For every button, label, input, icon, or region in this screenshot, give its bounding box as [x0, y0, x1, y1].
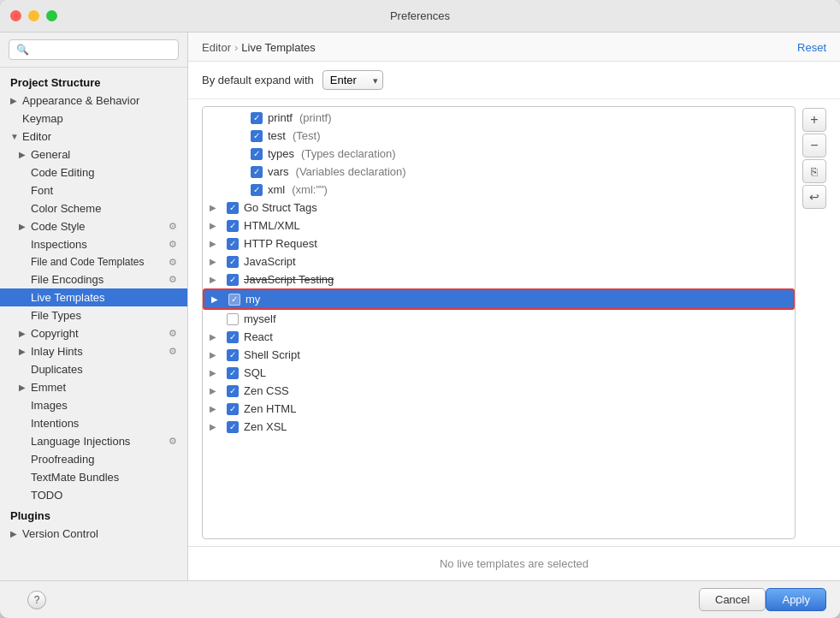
checkbox[interactable] [227, 331, 239, 343]
list-item[interactable]: printf (printf) [203, 109, 795, 127]
sidebar: Project Structure ▶ Appearance & Behavio… [0, 33, 188, 580]
settings-icon: ⚙ [169, 239, 177, 250]
revert-button[interactable]: ↩ [802, 185, 826, 209]
reset-button[interactable]: Reset [797, 41, 826, 54]
list-item[interactable]: ▶ Zen CSS [203, 382, 795, 400]
arrow-icon: ▶ [19, 347, 27, 356]
expand-select-wrapper[interactable]: Enter Tab Space [322, 70, 383, 90]
sidebar-item-live-templates[interactable]: Live Templates [0, 288, 187, 306]
arrow-icon: ▶ [210, 203, 222, 212]
content-header: Editor › Live Templates Reset [188, 33, 840, 62]
maximize-button[interactable] [46, 10, 57, 21]
arrow-icon: ▶ [210, 239, 222, 248]
breadcrumb: Editor › Live Templates [202, 41, 316, 54]
expand-label: By default expand with [202, 74, 314, 86]
list-item[interactable]: ▶ React [203, 328, 795, 346]
checkbox[interactable] [251, 130, 263, 142]
breadcrumb-current: Live Templates [241, 41, 315, 54]
list-item[interactable]: vars (Variables declaration) [203, 163, 795, 181]
close-button[interactable] [10, 10, 21, 21]
footer: ? Cancel Apply [0, 580, 840, 618]
list-item-my[interactable]: ▶ my [203, 288, 795, 310]
checkbox[interactable] [251, 184, 263, 196]
window-title: Preferences [390, 9, 450, 22]
list-item[interactable]: ▶ SQL [203, 364, 795, 382]
arrow-icon: ▶ [210, 275, 222, 284]
sidebar-item-general[interactable]: ▶ General [0, 146, 187, 163]
list-item[interactable]: ▶ JavaScript [203, 253, 795, 270]
checkbox[interactable] [227, 238, 239, 250]
checkbox[interactable] [251, 112, 263, 124]
sidebar-item-appearance[interactable]: ▶ Appearance & Behavior [0, 92, 187, 110]
minimize-button[interactable] [28, 10, 39, 21]
sidebar-item-todo[interactable]: TODO [0, 486, 187, 504]
arrow-icon: ▶ [19, 222, 27, 231]
sidebar-item-vcs[interactable]: ▶ Version Control [0, 525, 187, 543]
search-input[interactable] [9, 39, 179, 60]
checkbox[interactable] [251, 148, 263, 160]
sidebar-item-keymap[interactable]: Keymap [0, 110, 187, 128]
sidebar-item-file-encodings[interactable]: File Encodings ⚙ [0, 270, 187, 288]
arrow-icon: ▶ [210, 422, 222, 431]
sidebar-item-proofreading[interactable]: Proofreading [0, 450, 187, 468]
sidebar-item-textmate[interactable]: TextMate Bundles [0, 468, 187, 486]
sidebar-item-font[interactable]: Font [0, 181, 187, 199]
checkbox[interactable] [227, 274, 239, 286]
sidebar-item-file-templates[interactable]: File and Code Templates ⚙ [0, 253, 187, 270]
cancel-button[interactable]: Cancel [699, 588, 766, 611]
remove-button[interactable]: − [802, 134, 826, 157]
list-item[interactable]: ▶ HTTP Request [203, 235, 795, 253]
checkbox[interactable] [227, 421, 239, 433]
titlebar: Preferences [0, 0, 840, 33]
checkbox[interactable] [227, 313, 239, 325]
sidebar-item-file-types[interactable]: File Types [0, 306, 187, 324]
sidebar-item-copyright[interactable]: ▶ Copyright ⚙ [0, 324, 187, 342]
list-item[interactable]: ▶ Shell Script [203, 346, 795, 364]
list-item[interactable]: ▶ Zen HTML [203, 400, 795, 418]
sidebar-item-code-style[interactable]: ▶ Code Style ⚙ [0, 217, 187, 235]
settings-icon: ⚙ [169, 346, 177, 357]
help-button[interactable]: ? [27, 591, 46, 609]
sidebar-item-inlay-hints[interactable]: ▶ Inlay Hints ⚙ [0, 342, 187, 360]
sidebar-item-editor[interactable]: ▼ Editor [0, 128, 187, 146]
copy-button[interactable]: ⎘ [802, 159, 826, 183]
list-item[interactable]: types (Types declaration) [203, 145, 795, 163]
checkbox[interactable] [228, 294, 240, 306]
checkbox[interactable] [227, 367, 239, 379]
search-bar[interactable] [0, 33, 187, 68]
apply-button[interactable]: Apply [766, 588, 826, 611]
checkbox[interactable] [227, 349, 239, 361]
checkbox[interactable] [227, 256, 239, 268]
status-text: No live templates are selected [440, 557, 589, 570]
sidebar-item-emmet[interactable]: ▶ Emmet [0, 378, 187, 396]
add-button[interactable]: + [802, 108, 826, 132]
sidebar-item-duplicates[interactable]: Duplicates [0, 360, 187, 378]
list-item[interactable]: test (Test) [203, 127, 795, 145]
sidebar-item-intentions[interactable]: Intentions [0, 414, 187, 432]
sidebar-item-code-editing[interactable]: Code Editing [0, 163, 187, 181]
arrow-icon: ▶ [210, 221, 222, 230]
checkbox[interactable] [227, 403, 239, 415]
list-item[interactable]: myself [203, 310, 795, 328]
list-item[interactable]: ▶ Zen XSL [203, 418, 795, 436]
list-item[interactable]: xml (xml:"") [203, 181, 795, 199]
expand-select[interactable]: Enter Tab Space [322, 70, 383, 90]
sidebar-item-color-scheme[interactable]: Color Scheme [0, 199, 187, 217]
checkbox[interactable] [227, 385, 239, 397]
arrow-icon: ▶ [10, 529, 19, 538]
arrow-icon: ▶ [210, 386, 222, 395]
status-bar: No live templates are selected [188, 546, 840, 580]
checkbox[interactable] [251, 166, 263, 178]
template-panel: printf (printf) test (Test) [188, 99, 840, 546]
sidebar-item-inspections[interactable]: Inspections ⚙ [0, 235, 187, 253]
list-item[interactable]: ▶ HTML/XML [203, 217, 795, 235]
preferences-window: Preferences Project Structure ▶ Appearan… [0, 0, 840, 618]
checkbox[interactable] [227, 202, 239, 214]
window-controls [10, 10, 57, 21]
checkbox[interactable] [227, 220, 239, 232]
list-item[interactable]: ▶ Go Struct Tags [203, 199, 795, 217]
list-item[interactable]: ▶ JavaScript Testing [203, 270, 795, 288]
sidebar-section-plugins: Plugins [0, 504, 187, 525]
sidebar-item-language-injections[interactable]: Language Injections ⚙ [0, 432, 187, 450]
sidebar-item-images[interactable]: Images [0, 396, 187, 414]
